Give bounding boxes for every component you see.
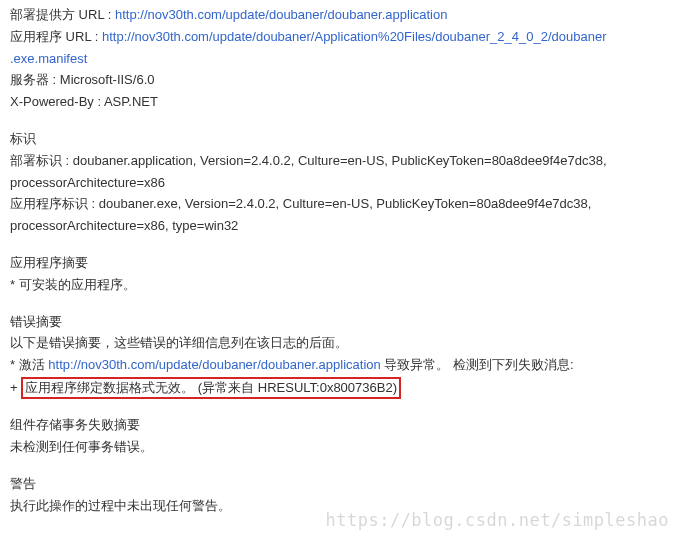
app-url-part2[interactable]: .exe.manifest	[10, 51, 87, 66]
activate-suffix: 导致异常。 检测到下列失败消息:	[381, 357, 574, 372]
deploy-identity-2: processorArchitecture=x86	[10, 173, 667, 194]
app-summary-heading: 应用程序摘要	[10, 253, 667, 274]
xpowered-line: X-Powered-By : ASP.NET	[10, 92, 667, 113]
deploy-provider-label: 部署提供方 URL :	[10, 7, 115, 22]
app-url-line-2: .exe.manifest	[10, 49, 667, 70]
warn-msg: 执行此操作的过程中未出现任何警告。	[10, 496, 667, 517]
store-msg: 未检测到任何事务错误。	[10, 437, 667, 458]
log-content: 部署提供方 URL : http://nov30th.com/update/do…	[0, 0, 677, 521]
activate-prefix: * 激活	[10, 357, 48, 372]
deploy-identity-1: 部署标识 : doubaner.application, Version=2.4…	[10, 151, 667, 172]
server-line: 服务器 : Microsoft-IIS/6.0	[10, 70, 667, 91]
identity-heading: 标识	[10, 129, 667, 150]
app-summary-item: * 可安装的应用程序。	[10, 275, 667, 296]
error-summary-heading: 错误摘要	[10, 312, 667, 333]
warn-heading: 警告	[10, 474, 667, 495]
app-url-label: 应用程序 URL :	[10, 29, 102, 44]
app-url-line-1: 应用程序 URL : http://nov30th.com/update/dou…	[10, 27, 667, 48]
error-summary-intro: 以下是错误摘要，这些错误的详细信息列在该日志的后面。	[10, 333, 667, 354]
deploy-provider-url[interactable]: http://nov30th.com/update/doubaner/douba…	[115, 7, 447, 22]
error-highlight-box: 应用程序绑定数据格式无效。 (异常来自 HRESULT:0x800736B2)	[21, 377, 401, 399]
app-url-part1[interactable]: http://nov30th.com/update/doubaner/Appli…	[102, 29, 607, 44]
activate-url[interactable]: http://nov30th.com/update/doubaner/douba…	[48, 357, 380, 372]
deploy-provider-line: 部署提供方 URL : http://nov30th.com/update/do…	[10, 5, 667, 26]
store-heading: 组件存储事务失败摘要	[10, 415, 667, 436]
activate-line: * 激活 http://nov30th.com/update/doubaner/…	[10, 355, 667, 376]
app-identity-2: processorArchitecture=x86, type=win32	[10, 216, 667, 237]
error-detail-line: + 应用程序绑定数据格式无效。 (异常来自 HRESULT:0x800736B2…	[10, 377, 667, 399]
app-identity-1: 应用程序标识 : doubaner.exe, Version=2.4.0.2, …	[10, 194, 667, 215]
error-plus: +	[10, 380, 21, 395]
